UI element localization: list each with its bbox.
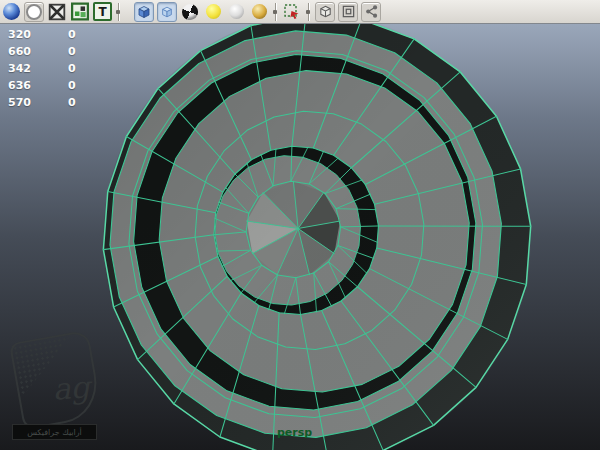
watermark-caption: أرابيك جرافيكس bbox=[12, 424, 97, 440]
checker-sphere-icon[interactable] bbox=[180, 2, 200, 22]
yellow-sphere-glyph bbox=[206, 4, 221, 19]
gold-sphere-icon[interactable] bbox=[249, 2, 269, 22]
text-tool-icon[interactable]: T bbox=[93, 2, 112, 21]
hud-second: 0 bbox=[68, 26, 88, 43]
toolbar-separator[interactable] bbox=[115, 2, 122, 22]
checker-sphere-glyph bbox=[180, 1, 201, 22]
heads-up-display-poly-count: 3200 6600 3420 6360 5700 bbox=[8, 26, 88, 111]
sphere-shader-glyph bbox=[3, 3, 20, 20]
snap-points-icon[interactable] bbox=[70, 2, 90, 22]
hud-second: 0 bbox=[68, 60, 88, 77]
hud-row: 6360 bbox=[8, 77, 88, 94]
hud-count: 570 bbox=[8, 94, 68, 111]
hud-second: 0 bbox=[68, 94, 88, 111]
hud-row: 6600 bbox=[8, 43, 88, 60]
hud-second: 0 bbox=[68, 43, 88, 60]
gold-sphere-glyph bbox=[252, 4, 267, 19]
shaded-cube-icon[interactable] bbox=[134, 2, 154, 22]
yellow-sphere-icon[interactable] bbox=[203, 2, 223, 22]
snap-points-glyph bbox=[71, 2, 89, 21]
wire-cube-icon[interactable] bbox=[157, 2, 177, 22]
hud-row: 3200 bbox=[8, 26, 88, 43]
hud-row: 3420 bbox=[8, 60, 88, 77]
sphere-shader-icon[interactable] bbox=[1, 2, 21, 22]
watermark-logo-text: ag bbox=[51, 369, 90, 407]
grid-x-icon[interactable] bbox=[47, 2, 67, 22]
wire-cube-glyph bbox=[160, 5, 174, 19]
hud-second: 0 bbox=[68, 77, 88, 94]
toolbar-separator[interactable] bbox=[272, 2, 279, 22]
status-toolbar: T bbox=[0, 0, 600, 24]
hud-count: 660 bbox=[8, 43, 68, 60]
text-tool-label: T bbox=[98, 6, 106, 18]
shaded-cube-glyph bbox=[136, 4, 152, 20]
gray-sphere-glyph bbox=[229, 4, 244, 19]
hud-count: 320 bbox=[8, 26, 68, 43]
nested-square-icon[interactable] bbox=[338, 2, 358, 22]
share-nodes-icon[interactable] bbox=[361, 2, 381, 22]
gray-sphere-icon[interactable] bbox=[226, 2, 246, 22]
camera-label: persp bbox=[277, 426, 312, 439]
share-nodes-glyph bbox=[364, 4, 379, 19]
marquee-select-icon[interactable] bbox=[282, 2, 302, 22]
white-circle-glyph bbox=[26, 4, 42, 20]
marquee-select-glyph bbox=[283, 2, 301, 22]
hud-count: 342 bbox=[8, 60, 68, 77]
cube-outline-glyph bbox=[318, 4, 333, 19]
perspective-viewport[interactable]: 3200 6600 3420 6360 5700 persp ag أرابيك… bbox=[0, 24, 600, 450]
toolbar-separator[interactable] bbox=[305, 2, 312, 22]
grid-x-glyph bbox=[48, 3, 66, 21]
cube-outline-icon[interactable] bbox=[315, 2, 335, 22]
nested-square-glyph bbox=[341, 4, 356, 19]
white-circle-icon[interactable] bbox=[24, 2, 44, 22]
hud-count: 636 bbox=[8, 77, 68, 94]
hud-row: 5700 bbox=[8, 94, 88, 111]
